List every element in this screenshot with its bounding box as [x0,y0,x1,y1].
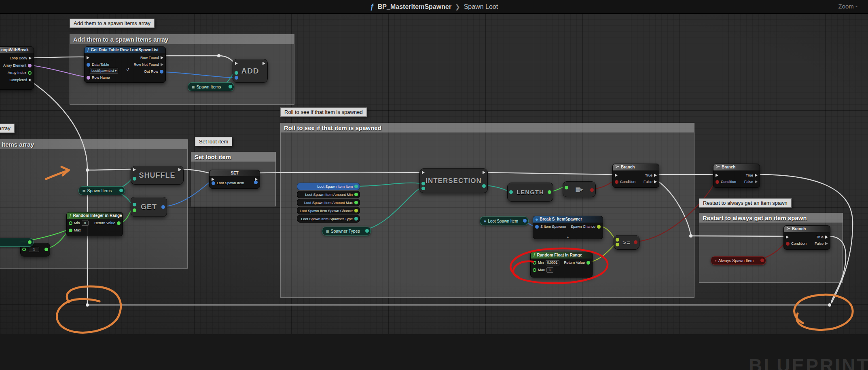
in-pin[interactable] [22,248,26,251]
b-pin[interactable] [616,243,619,246]
node-array-compare[interactable]: ▦▸ [563,181,596,197]
out-row-pin[interactable] [160,70,163,74]
comment-title[interactable]: Roll to see if that item is spawned [281,123,694,132]
value-out-pin[interactable] [254,181,258,184]
exec-in-pin[interactable] [786,235,789,239]
variable-out-pin[interactable] [760,259,764,262]
data-table-pin[interactable] [87,63,90,67]
variable-out-pin[interactable] [229,85,232,88]
exec-out-pin[interactable] [29,57,32,60]
exec-in-pin[interactable] [133,168,136,171]
row-name-pin[interactable] [87,76,90,80]
comment-title[interactable]: Restart to always get an item spawn [699,213,843,223]
exec-in-pin[interactable] [235,62,238,65]
struct-row[interactable]: Loot Spawn Item Spawner Type [297,215,360,223]
struct-row[interactable]: Loot Spawn Item Amount Max [297,199,360,206]
result-out-pin[interactable] [482,184,486,188]
node-random-integer-in-range[interactable]: ƒRandom Integer in Range Min0 Return Val… [66,212,123,236]
node-get-data-table-row[interactable]: ƒGet Data Table Row LootSpawnList Row Fo… [84,46,166,83]
comment-title[interactable]: wn items array [0,140,187,149]
node-get[interactable]: GET [131,197,167,217]
bool-out-pin[interactable] [634,240,637,244]
min-pin[interactable] [533,261,536,265]
node-break-s-itemspawner[interactable]: ◆Break S_ItemSpawner S Item Spawner Spaw… [533,216,603,239]
node-set-loot-spawn-item[interactable]: SET Loot Spawn Item [209,170,260,189]
false-out-pin[interactable] [755,180,758,183]
exec-out-pin[interactable] [161,63,163,66]
node-branch-3[interactable]: Branch True Condition False [783,225,830,250]
condition-pin[interactable] [716,180,719,184]
false-out-pin[interactable] [825,242,828,245]
breadcrumb-blueprint[interactable]: BP_MasterItemSpawner [378,3,451,11]
min-value-input[interactable]: 0.0001 [546,260,559,265]
variable-spawner-types[interactable]: ▦ Spawner Types [322,227,371,235]
node-shuffle[interactable]: SHUFFLE [131,166,184,185]
true-out-pin[interactable] [755,174,758,177]
condition-pin[interactable] [615,180,618,184]
struct-row[interactable]: Loot Spawn Item Spawn Chance [297,207,360,214]
node-intersection[interactable]: INTERSECTION [419,168,488,193]
exec-out-pin[interactable] [483,171,485,174]
node-random-float-in-range[interactable]: ƒRandom Float in Range Min0.0001 Return … [530,252,593,278]
member-out-pin[interactable] [354,201,358,204]
variable-spawn-items[interactable]: ▦ Spawn Items [78,186,125,195]
variable-spawn-items[interactable]: ▦ Spawn Items [188,82,234,91]
exec-in-pin[interactable] [87,56,89,59]
struct-row[interactable]: Loot Spawn Item Item [297,183,360,190]
exec-out-pin[interactable] [263,62,265,65]
array-a-pin[interactable] [421,182,425,185]
return-value-pin[interactable] [586,261,590,265]
spawn-chance-out-pin[interactable] [597,225,601,229]
a-pin[interactable] [616,238,619,242]
value-in-pin[interactable] [212,181,215,185]
min-pin[interactable] [69,221,72,225]
node-loot-struct-members[interactable]: Loot Spawn Item Item Loot Spawn Item Amo… [297,183,360,223]
exec-out-pin[interactable] [29,78,32,82]
comment-title[interactable]: Set loot item [191,152,275,162]
target-array-pin[interactable] [133,177,136,181]
return-value-pin[interactable] [117,221,121,225]
array-element-pin[interactable] [28,64,32,67]
node-length[interactable]: LENGTH [507,183,553,202]
new-item-pin[interactable] [235,76,238,80]
member-out-pin[interactable] [354,185,358,188]
asset-reset-icon[interactable]: ↺ [126,67,129,71]
variable-out-pin[interactable] [523,219,527,223]
member-out-pin[interactable] [354,193,358,196]
node-branch-1[interactable]: Branch True Condition False [612,164,659,188]
length-out-pin[interactable] [548,190,551,194]
member-out-pin[interactable] [354,209,358,212]
asset-selector[interactable]: LootSpawnList ▾ [90,68,118,74]
node-greater-equal[interactable]: >= [614,235,639,250]
node-foreach-loop-with-break[interactable]: LoopWithBreak Loop Body Array Element Ar… [0,46,34,90]
true-out-pin[interactable] [825,235,828,239]
array-in-pin[interactable] [509,190,513,194]
variable-always-spawn-item[interactable]: ● Always Spawn Item [711,256,766,265]
variable-partial[interactable] [0,238,34,247]
exec-in-pin[interactable] [422,171,425,174]
exec-in-pin[interactable] [716,174,718,177]
max-pin[interactable] [69,229,72,232]
target-array-pin[interactable] [235,71,238,75]
out-pin[interactable] [44,248,48,251]
node-branch-2[interactable]: Branch True Condition False [713,164,760,188]
true-out-pin[interactable] [654,174,657,177]
breadcrumb-graph[interactable]: Spawn Loot [464,3,498,11]
max-value-input[interactable]: 1 [546,267,553,273]
condition-pin[interactable] [786,242,790,246]
false-out-pin[interactable] [654,180,657,183]
bool-out-pin[interactable] [590,188,594,192]
element-out-pin[interactable] [161,205,165,209]
min-value-input[interactable]: 0 [82,221,89,226]
array-index-pin[interactable] [28,71,32,75]
collapse-pins-icon[interactable]: ▴ [567,235,569,239]
variable-out-pin[interactable] [119,189,123,192]
member-out-pin[interactable] [354,217,358,221]
array-b-pin[interactable] [421,187,425,190]
exec-out-pin[interactable] [178,168,181,171]
struct-in-pin[interactable] [535,225,539,229]
index-pin[interactable] [133,208,136,212]
variable-out-pin[interactable] [28,240,32,244]
comment-title[interactable]: Add them to a spawn items array [70,35,294,44]
in-pin[interactable] [565,186,568,189]
